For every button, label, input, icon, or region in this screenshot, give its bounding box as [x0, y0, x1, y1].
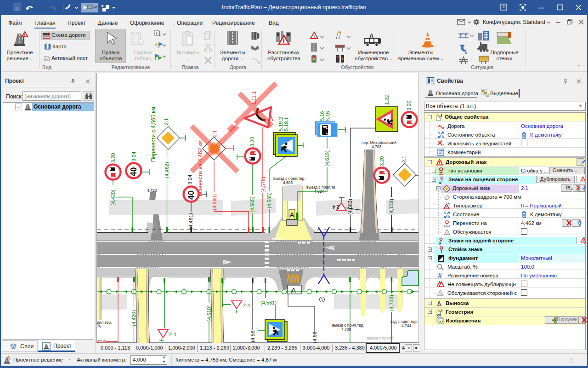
svg-text:4,703: 4,703 [372, 144, 382, 149]
svg-text:5.19.1: 5.19.1 [283, 117, 289, 131]
svg-text:(4,733): (4,733) [389, 199, 394, 215]
svg-text:5.16: 5.16 [325, 111, 330, 121]
svg-text:5.16: 5.16 [319, 111, 325, 121]
svg-text:(4,462): (4,462) [164, 162, 170, 178]
svg-text:!: ! [24, 33, 25, 37]
svg-text:(4,510): (4,510) [206, 305, 212, 322]
svg-text:Конфигурация: Standard: Конфигурация: Standard [483, 19, 545, 25]
svg-text:40: 40 [129, 167, 138, 176]
svg-text:(4,585): (4,585) [266, 192, 272, 208]
svg-text:!: ! [582, 178, 583, 181]
svg-text:3.24: 3.24 [187, 175, 192, 184]
svg-text:40: 40 [187, 190, 196, 200]
svg-text:2.1: 2.1 [401, 156, 407, 163]
svg-text:(4,56: (4,56 [250, 331, 255, 342]
svg-text:2.1: 2.1 [164, 118, 169, 125]
svg-text:#: # [438, 272, 442, 280]
svg-text:!: ! [447, 231, 448, 236]
svg-text:А: А [437, 300, 441, 306]
svg-text:2.4: 2.4 [243, 303, 250, 308]
svg-text:(4,683): (4,683) [347, 199, 353, 215]
svg-text:3.20: 3.20 [379, 156, 384, 166]
svg-text:3.20: 3.20 [406, 101, 412, 110]
svg-text:2.4: 2.4 [333, 204, 339, 210]
svg-text:выезд с прил.т: выезд с прил.т [367, 336, 394, 340]
svg-text:А: А [291, 286, 296, 294]
svg-text:(4,565): (4,565) [249, 196, 255, 213]
svg-text:5.19.2: 5.19.2 [278, 117, 283, 131]
svg-text:1.22: 1.22 [384, 95, 390, 105]
svg-text:3.24: 3.24 [131, 152, 136, 161]
svg-text:(4,581): (4,581) [260, 300, 277, 305]
svg-text:(4,578): (4,578) [260, 177, 266, 193]
svg-text:2.1: 2.1 [212, 130, 217, 137]
svg-text:1.11.1: 1.11.1 [251, 91, 257, 105]
svg-text:(4,60: (4,60 [312, 332, 317, 343]
svg-text:4,700: 4,700 [341, 327, 351, 332]
svg-text:3.20: 3.20 [110, 153, 116, 163]
svg-text:(4,420): (4,420) [131, 310, 136, 326]
svg-text:4,453: 4,453 [147, 188, 157, 193]
svg-text:Перенести с 4,560 км: Перенести с 4,560 км [150, 107, 157, 162]
svg-text:(4,491): (4,491) [188, 213, 193, 229]
svg-text:(4,420): (4,420) [110, 190, 116, 206]
svg-text:Перенести на 4,462 км: Перенести на 4,462 км [197, 140, 204, 199]
svg-text:4,603: 4,603 [283, 180, 293, 185]
svg-text:!: ! [314, 34, 315, 39]
svg-text:!: ! [583, 239, 584, 242]
svg-text:А: А [290, 211, 294, 218]
svg-text:!: ! [440, 292, 441, 296]
svg-text:(4,619): (4,619) [324, 150, 330, 167]
svg-text:?: ? [502, 5, 505, 10]
svg-text:(4,560): (4,560) [212, 194, 217, 210]
svg-text:76: 76 [97, 324, 102, 328]
svg-text:4,744: 4,744 [401, 323, 412, 328]
svg-text:4,624: 4,624 [314, 189, 324, 194]
svg-text:!: ! [446, 205, 447, 209]
svg-text:(4,733): (4,733) [389, 295, 394, 311]
svg-text:!: ! [439, 161, 440, 165]
svg-text:2.4: 2.4 [169, 332, 176, 337]
svg-text:!: ! [283, 37, 285, 45]
svg-text:3.20: 3.20 [249, 137, 255, 147]
